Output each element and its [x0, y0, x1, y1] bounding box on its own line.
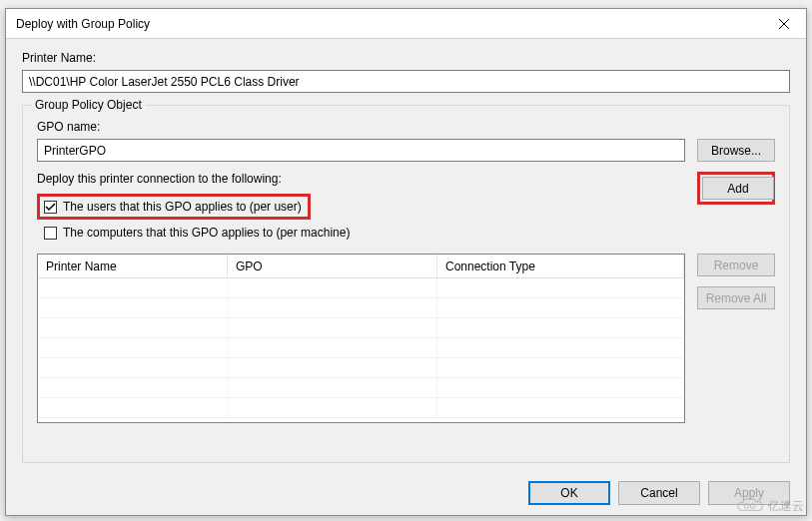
th-connection-type[interactable]: Connection Type [437, 255, 684, 277]
th-gpo[interactable]: GPO [228, 255, 437, 277]
gpo-name-row: Browse... [37, 139, 775, 162]
watermark: 亿速云 [736, 497, 804, 515]
add-highlight: Add [697, 172, 775, 205]
add-button[interactable]: Add [702, 177, 774, 200]
printer-name-label: Printer Name: [22, 51, 790, 65]
per-user-highlight: The users that this GPO applies to (per … [37, 194, 311, 220]
svg-point-1 [750, 504, 754, 508]
gpo-legend: Group Policy Object [31, 98, 146, 112]
close-icon [778, 18, 790, 30]
printer-name-section: Printer Name: [22, 51, 790, 93]
remove-all-button[interactable]: Remove All [697, 286, 775, 309]
table-row[interactable] [38, 378, 684, 398]
th-printer-name[interactable]: Printer Name [38, 255, 228, 277]
gpo-name-field[interactable] [37, 139, 685, 162]
deploy-to-label: Deploy this printer connection to the fo… [37, 172, 685, 186]
table-row[interactable] [38, 318, 684, 338]
dialog-buttons: OK Cancel Apply [6, 471, 806, 515]
window-title: Deploy with Group Policy [16, 17, 150, 31]
table-row[interactable] [38, 278, 684, 298]
remove-button[interactable]: Remove [697, 254, 775, 276]
watermark-text: 亿速云 [768, 498, 804, 515]
table-header: Printer Name GPO Connection Type [38, 255, 684, 278]
table-row[interactable] [38, 398, 684, 418]
per-user-checkbox[interactable] [44, 201, 57, 214]
printer-path-field[interactable] [22, 70, 790, 93]
check-icon [45, 202, 56, 213]
titlebar: Deploy with Group Policy [6, 9, 806, 39]
table-section: Printer Name GPO Connection Type [37, 242, 775, 423]
table-row[interactable] [38, 358, 684, 378]
deploy-section: Deploy this printer connection to the fo… [37, 172, 775, 242]
gpo-fieldset: Group Policy Object GPO name: Browse... … [22, 105, 790, 463]
cloud-icon [736, 497, 764, 515]
browse-button[interactable]: Browse... [697, 139, 775, 162]
per-machine-checkbox[interactable] [44, 227, 57, 240]
cancel-button[interactable]: Cancel [618, 481, 700, 505]
svg-point-0 [744, 504, 748, 508]
per-machine-label: The computers that this GPO applies to (… [63, 226, 350, 240]
per-user-label: The users that this GPO applies to (per … [63, 200, 302, 214]
table-row[interactable] [38, 298, 684, 318]
gpo-name-label: GPO name: [37, 120, 775, 134]
dialog-content: Printer Name: Group Policy Object GPO na… [6, 39, 806, 471]
table-body [38, 278, 684, 418]
ok-button[interactable]: OK [528, 481, 610, 505]
dialog-window: Deploy with Group Policy Printer Name: G… [5, 8, 807, 516]
table-row[interactable] [38, 338, 684, 358]
close-button[interactable] [761, 9, 806, 39]
printers-table[interactable]: Printer Name GPO Connection Type [37, 254, 685, 423]
